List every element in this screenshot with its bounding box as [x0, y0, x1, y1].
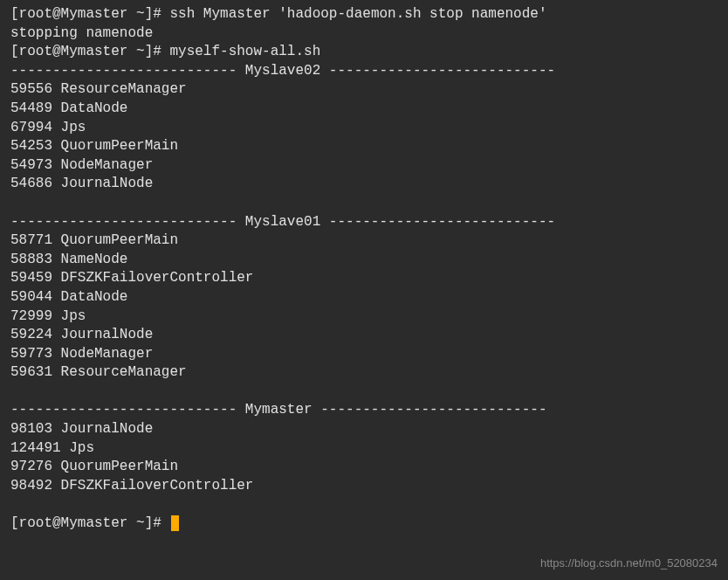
command-line-1[interactable]: [root@Mymaster ~]# ssh Mymaster 'hadoop-…: [10, 5, 718, 24]
process-line: 58771 QuorumPeerMain: [10, 231, 718, 251]
process-line: 54686 JournalNode: [10, 175, 718, 194]
process-line: 54489 DataNode: [10, 100, 718, 119]
prompt-1: [root@Mymaster ~]#: [10, 6, 169, 22]
prompt-2: [root@Mymaster ~]#: [10, 44, 169, 59]
process-line: 59044 DataNode: [10, 288, 718, 307]
command-2-text: myself-show-all.sh: [169, 44, 320, 59]
section-header-myslave01: --------------------------- Myslave01 --…: [10, 213, 718, 232]
blank-line: [10, 495, 718, 514]
process-line: 59631 ResourceManager: [10, 363, 718, 383]
process-line: 67994 Jps: [10, 119, 718, 138]
process-line: 54973 NodeManager: [10, 156, 718, 176]
command-line-2[interactable]: [root@Mymaster ~]# myself-show-all.sh: [10, 43, 718, 62]
process-line: 59459 DFSZKFailoverController: [10, 269, 718, 288]
process-line: 58883 NameNode: [10, 251, 718, 270]
cursor-icon: [171, 515, 179, 531]
process-line: 54253 QuorumPeerMain: [10, 137, 718, 156]
watermark-text: https://blog.csdn.net/m0_52080234: [540, 556, 718, 571]
section-header-mymaster: --------------------------- Mymaster ---…: [10, 401, 718, 420]
process-line: 98492 DFSZKFailoverController: [10, 477, 718, 496]
process-line: 72999 Jps: [10, 307, 718, 327]
command-1-text: ssh Mymaster 'hadoop-daemon.sh stop name…: [169, 6, 546, 22]
process-line: 97276 QuorumPeerMain: [10, 458, 718, 477]
process-line: 98103 JournalNode: [10, 420, 718, 439]
process-line: 59224 JournalNode: [10, 326, 718, 345]
process-line: 124491 Jps: [10, 439, 718, 459]
process-line: 59556 ResourceManager: [10, 80, 718, 100]
section-header-myslave02: --------------------------- Myslave02 --…: [10, 62, 718, 81]
blank-line: [10, 383, 718, 402]
process-line: 59773 NodeManager: [10, 345, 718, 364]
output-line-stopping: stopping namenode: [10, 24, 718, 44]
prompt-3: [root@Mymaster ~]#: [10, 515, 169, 531]
command-line-3[interactable]: [root@Mymaster ~]#: [10, 514, 718, 534]
blank-line: [10, 194, 718, 213]
